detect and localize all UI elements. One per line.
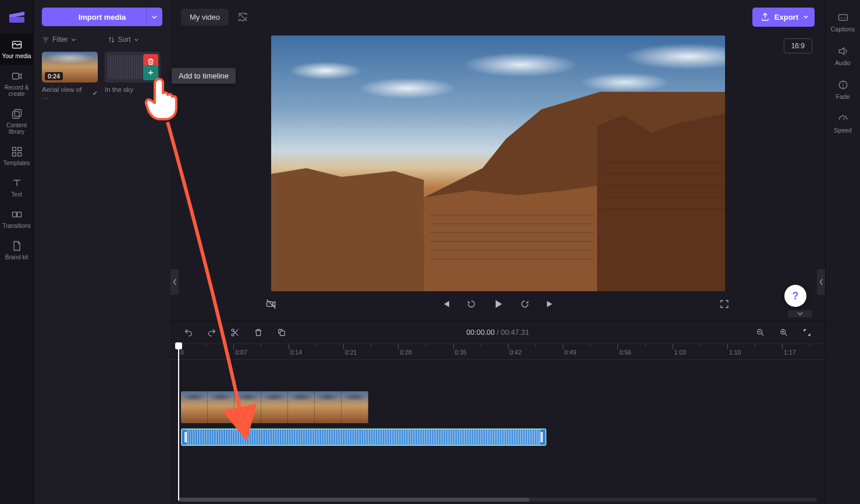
svg-rect-6 <box>17 148 21 151</box>
skip-back-icon <box>440 299 451 309</box>
app-logo <box>0 0 34 34</box>
check-icon: ✓ <box>93 90 98 97</box>
fade-panel-button[interactable]: Fade <box>826 73 861 106</box>
fullscreen-button[interactable] <box>717 296 732 312</box>
project-title[interactable]: My video <box>181 9 229 26</box>
scrollbar-thumb[interactable] <box>179 498 529 502</box>
svg-rect-5 <box>12 148 16 151</box>
speed-icon <box>837 113 849 124</box>
zoom-fit-button[interactable] <box>799 325 815 340</box>
speed-panel-button[interactable]: Speed <box>826 107 861 140</box>
preview-area: 16:9 <box>170 34 825 321</box>
svg-rect-3 <box>12 112 19 119</box>
seek-back-button[interactable] <box>464 296 479 312</box>
timecode: 00:00.00 / 00:47.31 <box>467 328 529 337</box>
nav-label: Transitions <box>2 223 31 229</box>
fade-icon <box>837 79 849 91</box>
duplicate-icon <box>277 328 286 337</box>
fullscreen-icon <box>719 299 730 309</box>
media-item-name: In the sky <box>105 86 133 93</box>
play-button[interactable] <box>489 295 507 313</box>
filter-icon <box>42 36 49 44</box>
chevron-down-icon <box>71 37 76 42</box>
nav-label: Record & create <box>1 84 33 97</box>
ruler-tick: 0:21 <box>343 344 355 359</box>
your-media-icon <box>11 39 23 51</box>
clip-handle-right[interactable] <box>541 432 543 442</box>
filter-label: Filter <box>52 35 68 44</box>
svg-rect-8 <box>17 153 21 156</box>
ruler-tick: 1:10 <box>727 344 739 359</box>
sort-button[interactable]: Sort <box>108 35 139 44</box>
chevron-down-icon <box>134 37 139 42</box>
content-library-icon <box>11 108 23 120</box>
annotation-arrow <box>150 87 266 448</box>
nav-templates[interactable]: Templates <box>0 141 34 172</box>
sort-icon <box>108 36 115 44</box>
svg-rect-10 <box>17 212 21 217</box>
zoom-in-button[interactable] <box>776 325 791 340</box>
svg-rect-2 <box>12 73 19 79</box>
ruler-tick: 0:14 <box>289 344 300 359</box>
timeline: 00:00.00 / 00:47.31 00:070:140:210:280:3… <box>170 321 825 504</box>
import-media-dropdown[interactable] <box>146 8 162 26</box>
zoom-in-icon <box>779 328 788 337</box>
svg-rect-9 <box>12 212 16 217</box>
nav-text[interactable]: Text <box>0 172 34 203</box>
svg-rect-17 <box>838 15 847 20</box>
templates-icon <box>11 146 23 158</box>
duplicate-clip-button[interactable] <box>274 325 289 340</box>
play-icon <box>492 298 504 310</box>
left-nav-rail: Your media Record & create Content libra… <box>0 0 34 504</box>
audio-panel-button[interactable]: Audio <box>826 40 861 72</box>
nav-label: Content library <box>1 122 33 135</box>
expand-right-panel-button[interactable] <box>817 269 825 295</box>
camera-off-icon <box>265 298 277 310</box>
aspect-ratio-button[interactable]: 16:9 <box>784 38 812 53</box>
nav-brand-kit[interactable]: Brand kit <box>0 235 34 266</box>
media-item-video[interactable]: 0:24 Aerial view of … ✓ <box>42 52 98 100</box>
stage: My video Export 16:9 <box>170 0 825 504</box>
preview-artwork <box>271 92 725 291</box>
ruler-tick: 0:28 <box>398 344 410 359</box>
zoom-out-button[interactable] <box>753 325 768 340</box>
chevron-down-icon <box>151 14 158 20</box>
video-preview[interactable] <box>271 35 725 291</box>
timecode-current: 00:00.00 <box>467 328 495 337</box>
nav-transitions[interactable]: Transitions <box>0 203 34 235</box>
skip-forward-button[interactable] <box>543 296 558 312</box>
panel-label: Speed <box>834 127 851 134</box>
export-button[interactable]: Export <box>752 8 815 27</box>
timeline-ruler[interactable]: 00:070:140:210:280:350:420:490:561:031:1… <box>170 344 825 360</box>
svg-rect-7 <box>12 153 16 156</box>
skip-back-button[interactable] <box>438 296 453 312</box>
timeline-scrollbar[interactable] <box>179 498 817 502</box>
ruler-tick: 0:35 <box>453 344 465 359</box>
annotation-pointer-hand <box>142 76 183 125</box>
help-button[interactable]: ? <box>784 285 806 307</box>
panel-label: Captions <box>831 26 855 33</box>
nav-label: Your media <box>2 53 31 59</box>
seek-forward-icon <box>520 299 530 309</box>
playback-controls <box>170 291 825 317</box>
timeline-tracks[interactable] <box>170 360 825 504</box>
nav-your-media[interactable]: Your media <box>0 34 34 65</box>
collapse-preview-button[interactable] <box>788 310 812 317</box>
nav-label: Text <box>11 191 22 198</box>
seek-back-icon <box>466 299 477 309</box>
nav-label: Brand kit <box>5 254 28 260</box>
chevron-down-icon <box>797 311 804 316</box>
seek-forward-button[interactable] <box>517 296 532 312</box>
import-media-button[interactable]: Import media <box>42 8 162 26</box>
right-properties-rail: Captions Audio Fade Speed <box>825 0 860 504</box>
ruler-tick: 1:17 <box>782 344 794 359</box>
nav-content-library[interactable]: Content library <box>0 103 34 141</box>
trash-icon <box>147 58 155 66</box>
filter-button[interactable]: Filter <box>42 35 76 44</box>
nav-record-create[interactable]: Record & create <box>0 65 34 103</box>
media-thumbnail[interactable]: 0:24 <box>42 52 98 83</box>
skip-forward-icon <box>545 299 556 309</box>
captions-panel-button[interactable]: Captions <box>826 6 861 38</box>
nav-label: Templates <box>3 160 30 166</box>
import-media-label: Import media <box>79 13 126 22</box>
